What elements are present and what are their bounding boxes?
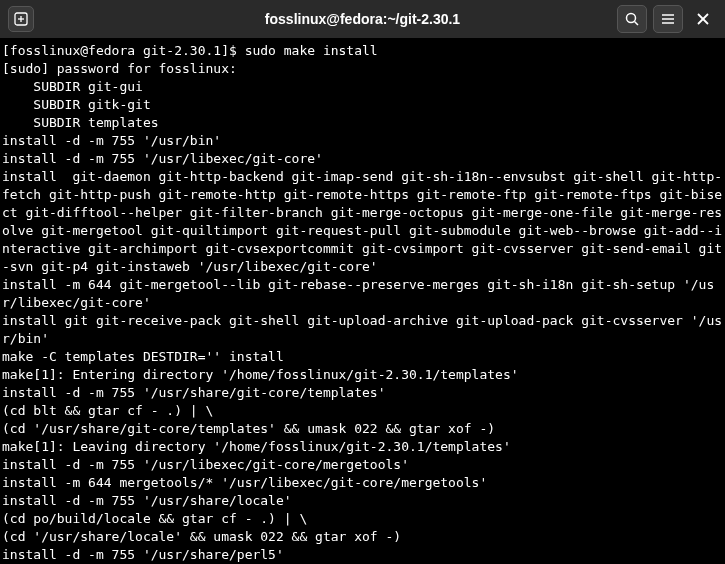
terminal-line: install -d -m 755 '/usr/bin' (2, 132, 723, 150)
terminal-line: install -d -m 755 '/usr/libexec/git-core… (2, 456, 723, 474)
search-icon (625, 12, 639, 26)
terminal-line: [fosslinux@fedora git-2.30.1]$ sudo make… (2, 42, 723, 60)
terminal-output[interactable]: [fosslinux@fedora git-2.30.1]$ sudo make… (0, 38, 725, 564)
window-title: fosslinux@fedora:~/git-2.30.1 (265, 11, 460, 27)
terminal-line: install git git-receive-pack git-shell g… (2, 312, 723, 348)
terminal-line: SUBDIR git-gui (2, 78, 723, 96)
terminal-line: SUBDIR gitk-git (2, 96, 723, 114)
terminal-line: install -d -m 755 '/usr/libexec/git-core… (2, 150, 723, 168)
titlebar: fosslinux@fedora:~/git-2.30.1 (0, 0, 725, 38)
svg-point-3 (627, 14, 636, 23)
titlebar-right (617, 5, 717, 33)
hamburger-icon (661, 13, 675, 25)
terminal-line: make[1]: Entering directory '/home/fossl… (2, 366, 723, 384)
terminal-line: [sudo] password for fosslinux: (2, 60, 723, 78)
terminal-line: SUBDIR templates (2, 114, 723, 132)
terminal-line: install git-daemon git-http-backend git-… (2, 168, 723, 276)
terminal-line: make -C templates DESTDIR='' install (2, 348, 723, 366)
menu-button[interactable] (653, 5, 683, 33)
search-button[interactable] (617, 5, 647, 33)
terminal-line: (cd blt && gtar cf - .) | \ (2, 402, 723, 420)
plus-icon (14, 12, 28, 26)
terminal-line: make[1]: Leaving directory '/home/fossli… (2, 438, 723, 456)
close-button[interactable] (689, 5, 717, 33)
svg-line-4 (635, 22, 639, 26)
new-tab-button[interactable] (8, 6, 34, 32)
close-icon (697, 13, 709, 25)
terminal-line: install -m 644 git-mergetool--lib git-re… (2, 276, 723, 312)
terminal-line: install -d -m 755 '/usr/share/locale' (2, 492, 723, 510)
terminal-line: (cd po/build/locale && gtar cf - .) | \ (2, 510, 723, 528)
terminal-line: install -d -m 755 '/usr/share/git-core/t… (2, 384, 723, 402)
terminal-line: install -d -m 755 '/usr/share/perl5' (2, 546, 723, 564)
terminal-line: (cd '/usr/share/git-core/templates' && u… (2, 420, 723, 438)
terminal-line: install -m 644 mergetools/* '/usr/libexe… (2, 474, 723, 492)
terminal-line: (cd '/usr/share/locale' && umask 022 && … (2, 528, 723, 546)
